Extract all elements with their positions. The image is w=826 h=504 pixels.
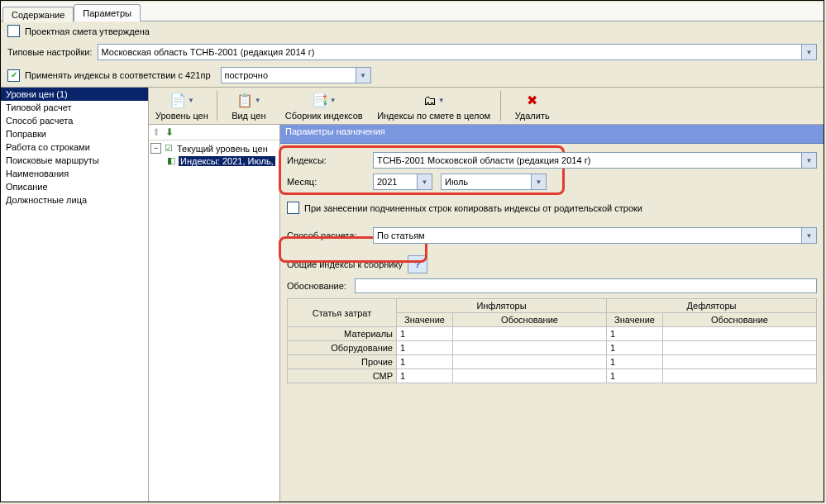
calc-method-dropdown[interactable]: По статьям ▼ — [373, 227, 817, 244]
toolbar: 📄▼ Уровень цен 📋▼ Вид цен 📑▼ Сборник инд… — [149, 88, 824, 125]
tab-content[interactable]: Содержание — [2, 7, 74, 22]
justification-label: Обоснование: — [287, 281, 355, 291]
sidebar-item-calc-method[interactable]: Способ расчета — [1, 114, 148, 127]
section-list: Уровни цен (1) Типовой расчет Способ рас… — [1, 88, 149, 502]
copy-indexes-checkbox[interactable] — [287, 202, 299, 214]
month-value: Июль — [442, 177, 531, 187]
view-icon: 📋▼ — [239, 92, 259, 110]
cell[interactable] — [453, 341, 607, 355]
delete-icon: ✖ — [523, 92, 542, 110]
cell[interactable]: 1 — [607, 355, 663, 369]
move-up-icon[interactable]: ⬆ — [152, 127, 160, 137]
sidebar-item-officials[interactable]: Должностные лица — [1, 193, 148, 207]
chevron-down-icon[interactable]: ▼ — [801, 45, 816, 59]
cell[interactable]: 1 — [607, 327, 663, 341]
top-tabs: Содержание Параметры — [1, 2, 824, 21]
month-dropdown[interactable]: Июль ▼ — [441, 174, 547, 190]
level-tree: ⬆ ⬇ − ☑ Текущий уровень цен ◧ Индек — [149, 125, 280, 502]
col-inf-just: Обоснование — [453, 313, 607, 327]
indexes-dropdown[interactable]: ТСНБ-2001 Московской области (редакция 2… — [373, 152, 817, 169]
apply-indexes-dropdown[interactable]: построчно ▼ — [221, 67, 371, 83]
type-settings-label: Типовые настройки: — [7, 47, 93, 57]
collection-icon: 📑▼ — [314, 92, 334, 110]
tb-delete[interactable]: ✖ Удалить — [503, 88, 562, 124]
sidebar-item-price-levels[interactable]: Уровни цен (1) — [1, 88, 148, 101]
move-down-icon[interactable]: ⬇ — [165, 127, 174, 137]
cell[interactable]: 1 — [397, 355, 453, 369]
row-name: Прочие — [288, 355, 397, 369]
toolbar-sep — [500, 91, 501, 121]
justification-input[interactable] — [355, 278, 817, 293]
sidebar-item-corrections[interactable]: Поправки — [1, 127, 148, 140]
chevron-down-icon[interactable]: ▼ — [531, 174, 546, 189]
year-value: 2021 — [374, 177, 417, 187]
type-settings-value: Московская область ТСНБ-2001 (редакция 2… — [98, 47, 801, 57]
chevron-down-icon[interactable]: ▼ — [417, 174, 432, 189]
common-indexes-label: Общие индексы к сборнику — [287, 259, 403, 269]
cell[interactable]: 1 — [397, 327, 453, 341]
row-name: Оборудование — [288, 341, 397, 355]
apply-indexes-label: Применять индексы в соответствии с 421пр — [25, 70, 211, 80]
indexes-value: ТСНБ-2001 Московской области (редакция 2… — [374, 155, 801, 165]
col-cost-item: Статья затрат — [288, 299, 397, 327]
cell[interactable] — [663, 341, 817, 355]
cell[interactable] — [453, 355, 607, 369]
cell[interactable] — [663, 355, 817, 369]
calc-method-value: По статьям — [374, 231, 801, 240]
col-inflators: Инфляторы — [397, 299, 607, 313]
params-header: Параметры назначения — [280, 125, 824, 144]
row-name: Материалы — [288, 327, 397, 341]
indexes-label: Индексы: — [287, 155, 373, 165]
approved-checkbox[interactable] — [7, 25, 20, 37]
toolbar-sep — [217, 91, 217, 121]
tree-root-label[interactable]: Текущий уровень цен — [176, 144, 269, 154]
apply-indexes-checkbox[interactable] — [7, 69, 20, 82]
tb-whole-label: Индексы по смете в целом — [377, 111, 490, 121]
index-icon: ◧ — [165, 155, 176, 166]
tab-params[interactable]: Параметры — [74, 4, 141, 21]
cell[interactable] — [663, 327, 817, 341]
cell[interactable]: 1 — [397, 369, 453, 383]
chevron-down-icon[interactable]: ▼ — [801, 153, 816, 168]
col-inf-value: Значение — [397, 313, 453, 327]
copy-indexes-label: При занесении подчиненных строк копирова… — [304, 203, 642, 213]
sidebar-item-routes[interactable]: Поисковые маршруты — [1, 154, 148, 167]
tb-delete-label: Удалить — [515, 111, 550, 121]
tb-level[interactable]: 📄▼ Уровень цен — [149, 88, 215, 124]
cell[interactable] — [663, 369, 817, 383]
row-name: СМР — [288, 369, 397, 383]
type-settings-dropdown[interactable]: Московская область ТСНБ-2001 (редакция 2… — [98, 44, 817, 60]
cell[interactable] — [453, 369, 607, 383]
cell[interactable]: 1 — [397, 341, 453, 355]
tb-collection-label: Сборник индексов — [285, 111, 363, 121]
level-icon: 📄▼ — [172, 92, 192, 110]
folder-check-icon: ☑ — [163, 143, 174, 154]
sidebar-item-type-calc[interactable]: Типовой расчет — [1, 101, 148, 114]
calc-method-label: Способ расчета: — [287, 231, 373, 240]
tb-level-label: Уровень цен — [155, 111, 208, 121]
chevron-down-icon[interactable]: ▼ — [356, 68, 370, 83]
col-deflators: Дефляторы — [607, 299, 817, 313]
sidebar-item-rows[interactable]: Работа со строками — [1, 140, 148, 154]
month-label: Месяц: — [287, 177, 373, 187]
tb-view[interactable]: 📋▼ Вид цен — [219, 88, 279, 124]
chevron-down-icon[interactable]: ▼ — [801, 228, 816, 243]
sidebar-item-names[interactable]: Наименования — [1, 167, 148, 180]
cell[interactable] — [453, 327, 607, 341]
tb-view-label: Вид цен — [232, 111, 265, 121]
col-def-just: Обоснование — [663, 313, 817, 327]
cell[interactable]: 1 — [607, 341, 663, 355]
tree-child-label[interactable]: Индексы: 2021, Июль, — [179, 156, 275, 166]
help-icon[interactable]: ? — [408, 255, 427, 273]
col-def-value: Значение — [607, 313, 663, 327]
indices-table: Статья затрат Инфляторы Дефляторы Значен… — [287, 298, 817, 383]
tb-collection[interactable]: 📑▼ Сборник индексов — [279, 88, 370, 124]
tb-whole[interactable]: 🗂▼ Индексы по смете в целом — [370, 88, 499, 124]
approved-label: Проектная смета утверждена — [25, 26, 150, 36]
apply-indexes-value: построчно — [222, 70, 356, 80]
tree-toggle-icon[interactable]: − — [150, 143, 161, 154]
sidebar-item-description[interactable]: Описание — [1, 180, 148, 193]
whole-icon: 🗂▼ — [424, 92, 444, 110]
cell[interactable]: 1 — [607, 369, 663, 383]
year-dropdown[interactable]: 2021 ▼ — [373, 174, 432, 190]
